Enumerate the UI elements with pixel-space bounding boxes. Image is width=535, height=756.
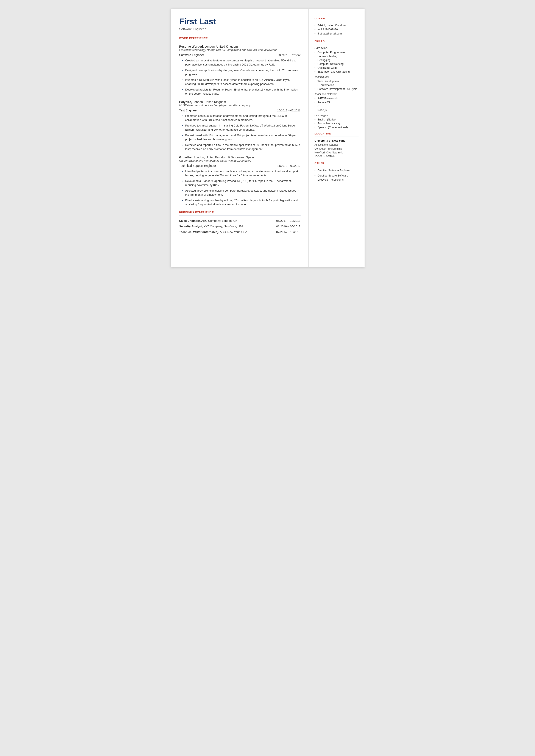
technique-1: Web Development [315, 80, 358, 83]
hard-skill-5: Optimizing Code [315, 66, 358, 70]
company-bold-2: Polyhire, [179, 100, 192, 104]
languages-list: English (Native) Romanian (Native) Spani… [315, 118, 358, 129]
prev-role-bold-3: Technical Writer (Internship), [179, 230, 219, 234]
education-block-1: University of New York Associate of Scie… [315, 139, 358, 158]
tool-2: AngularJS [315, 101, 358, 104]
company-name-1: Resume Worded, London, United Kingdom [179, 45, 300, 48]
edu-degree-1: Associate of Science [315, 143, 339, 146]
work-experience-divider [179, 41, 300, 42]
edu-school-1: University of New York [315, 139, 358, 142]
company-desc-3: Career training and membership SaaS with… [179, 159, 300, 162]
hard-skill-1: Computer Programming [315, 51, 358, 54]
bullet-1-1: Created an innovative feature in the com… [182, 58, 300, 67]
hard-skill-2: Software Testing [315, 55, 358, 58]
job-header-3: Technical Support Engineer 11/2018 – 09/… [179, 164, 300, 167]
language-3: Spanish (Conversational) [315, 126, 358, 129]
technique-3: Software Development Life Cycle [315, 88, 358, 91]
prev-role-3: Technical Writer (Internship), ABC, New … [179, 230, 270, 234]
company-rest-2: London, United Kingdom [192, 100, 226, 104]
job-dates-1: 08/2021 – Present [277, 53, 300, 57]
bullet-1-2: Designed new applications by studying us… [182, 68, 300, 76]
tools-list: .NET Framework AngularJS C++ Node.js [315, 97, 358, 112]
candidate-title: Software Engineer [179, 27, 300, 31]
job-block-growthsi: Growthsi, London, United Kingdom & Barce… [179, 155, 300, 207]
job-bullets-2: Promoted continuous iteration of develop… [179, 114, 300, 151]
job-header-1: Software Engineer 08/2021 – Present [179, 53, 300, 57]
tool-3: C++ [315, 105, 358, 108]
prev-dates-2: 01/2016 – 05/2017 [270, 225, 300, 229]
education-section-title: EDUCATION [315, 132, 358, 135]
bullet-2-4: Detected and reported a flaw in the mobi… [182, 143, 300, 151]
tools-label: Tools and Software: [315, 93, 358, 96]
company-desc-2: NYSE-listed recruitment and employer bra… [179, 104, 300, 107]
hard-skill-6: Integration and Unit testing [315, 70, 358, 73]
company-bold-3: Growthsi, [179, 155, 193, 159]
language-2: Romanian (Native) [315, 122, 358, 125]
prev-role-bold-2: Security Analyst, [179, 225, 203, 228]
bullet-2-3: Brainstormed with 10+ management and 30+… [182, 133, 300, 142]
prev-exp-row-1: Sales Engineer, ABC Company, London, UK … [179, 219, 300, 223]
techniques-list: Web Development IT Automation Software D… [315, 80, 358, 91]
contact-section-title: CONTACT [315, 17, 358, 20]
languages-label: Languages: [315, 114, 358, 117]
hard-skill-3: Debugging. [315, 59, 358, 62]
other-list: Certified Software Engineer Certified Se… [315, 169, 358, 182]
other-section-title: OTHER [315, 162, 358, 164]
bullet-3-4: Fixed a networking problem by utilizing … [182, 198, 300, 207]
technique-2: IT Automation [315, 84, 358, 87]
bullet-1-4: Developed applets for Resume Search Engi… [182, 88, 300, 96]
prev-role-1: Sales Engineer, ABC Company, London, UK [179, 219, 270, 223]
prev-dates-1: 06/2017 – 10/2018 [270, 219, 300, 223]
previous-experience-section-title: PREVIOUS EXPERIENCE [179, 211, 300, 214]
tool-1: .NET Framework [315, 97, 358, 100]
right-column: CONTACT Bristol, United Kingdom +44 1234… [309, 9, 365, 267]
education-divider [315, 136, 358, 136]
company-name-2: Polyhire, London, United Kingdom [179, 100, 300, 104]
prev-dates-3: 07/2014 – 12/2015 [270, 230, 300, 234]
job-block-polyhire: Polyhire, London, United Kingdom NYSE-li… [179, 100, 300, 151]
hard-skills-list: Computer Programming Software Testing De… [315, 51, 358, 73]
bullet-3-2: Developed a Standard Operating Procedure… [182, 179, 300, 187]
resume-container: First Last Software Engineer WORK EXPERI… [171, 9, 365, 267]
prev-role-2: Security Analyst, XYZ Company, New York,… [179, 225, 270, 229]
job-title-3: Technical Support Engineer [179, 164, 216, 167]
company-desc-1: Education technology startup with 50+ em… [179, 48, 300, 51]
hard-skill-4: Computer Networking [315, 63, 358, 66]
company-name-3: Growthsi, London, United Kingdom & Barce… [179, 155, 300, 159]
edu-field-1: Computer Programming [315, 147, 342, 150]
other-item-1: Certified Software Engineer [315, 169, 358, 173]
work-experience-section-title: WORK EXPERIENCE [179, 37, 300, 40]
bullet-2-1: Promoted continuous iteration of develop… [182, 114, 300, 122]
job-bullets-3: Identified patterns in customer complain… [179, 169, 300, 207]
edu-location-1: New York City, New York [315, 151, 343, 154]
prev-role-rest-2: XYZ Company, New York, USA [203, 225, 244, 228]
tool-4: Node.js [315, 109, 358, 112]
prev-exp-row-3: Technical Writer (Internship), ABC, New … [179, 230, 300, 234]
hard-skills-label: Hard Skills: [315, 46, 358, 49]
prev-role-rest-1: ABC Company, London, UK [201, 219, 237, 222]
company-rest-1: London, United Kingdom [204, 45, 238, 48]
job-header-2: Test Engineer 10/2019 – 07/2021 [179, 109, 300, 112]
bullet-2-2: Provided technical support in installing… [182, 124, 300, 132]
edu-detail-1: Associate of Science Computer Programmin… [315, 143, 358, 158]
prev-role-rest-3: ABC, New York, USA [219, 230, 247, 234]
contact-list: Bristol, United Kingdom +44 1234567890 f… [315, 24, 358, 35]
other-divider [315, 166, 358, 166]
prev-role-bold-1: Sales Engineer, [179, 219, 201, 222]
candidate-name: First Last [179, 17, 300, 26]
job-bullets-1: Created an innovative feature in the com… [179, 58, 300, 96]
company-rest-3: London, United Kingdom & Barcelona, Spai… [193, 155, 254, 159]
bullet-1-3: Invented a RESTful API with Flask/Python… [182, 78, 300, 86]
company-bold-1: Resume Worded, [179, 45, 204, 48]
bullet-3-1: Identified patterns in customer complain… [182, 169, 300, 178]
other-item-2: Certified Secure Software Lifecycle Prof… [315, 174, 358, 182]
edu-dates-1: 10/2011 - 06/2014 [315, 155, 335, 158]
contact-item-2: +44 1234567890 [315, 28, 358, 31]
job-title-2: Test Engineer [179, 109, 198, 112]
job-block-resume-worded: Resume Worded, London, United Kingdom Ed… [179, 45, 300, 96]
job-dates-3: 11/2018 – 09/2019 [277, 164, 300, 167]
left-column: First Last Software Engineer WORK EXPERI… [171, 9, 309, 267]
bullet-3-3: Assisted 450+ clients in solving compute… [182, 188, 300, 197]
language-1: English (Native) [315, 118, 358, 121]
techniques-label: Techniques: [315, 75, 358, 78]
